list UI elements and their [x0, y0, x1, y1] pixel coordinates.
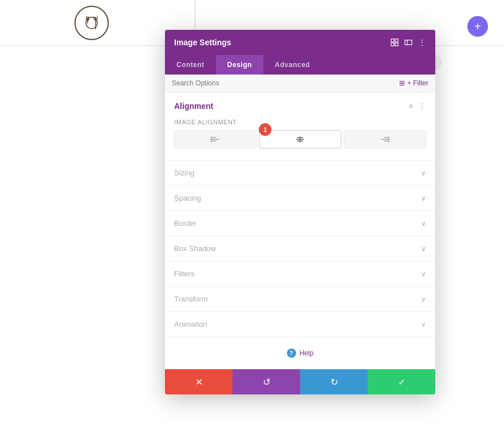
filters-chevron-icon: ∨	[421, 270, 426, 278]
svg-rect-7	[395, 39, 398, 42]
modal-header-icons: ⋮	[391, 38, 426, 47]
animation-section[interactable]: Animation ∨	[165, 312, 435, 337]
plus-icon: +	[474, 20, 481, 33]
save-icon: ✓	[398, 377, 405, 388]
border-chevron-icon: ∨	[421, 220, 426, 228]
alignment-more-icon[interactable]: ⋮	[418, 101, 426, 111]
align-center-icon	[295, 134, 305, 144]
box-shadow-label: Box Shadow	[174, 244, 216, 253]
animation-label: Animation	[174, 320, 207, 328]
fullscreen-icon[interactable]	[391, 38, 399, 46]
align-left-button[interactable]	[174, 130, 257, 148]
help-row: ? Help	[165, 337, 435, 369]
align-center-button[interactable]	[259, 130, 341, 148]
svg-rect-6	[391, 39, 394, 42]
image-settings-modal: Image Settings ⋮ Content Design	[165, 30, 435, 394]
logo-icon	[83, 14, 100, 32]
transform-section[interactable]: Transform ∨	[165, 287, 435, 312]
svg-rect-10	[405, 40, 412, 45]
svg-rect-8	[391, 43, 394, 46]
transform-label: Transform	[174, 295, 208, 303]
help-icon: ?	[287, 349, 296, 358]
search-input[interactable]	[172, 79, 399, 87]
save-button[interactable]: ✓	[368, 369, 435, 394]
filters-section[interactable]: Filters ∨	[165, 261, 435, 287]
box-shadow-chevron-icon: ∨	[421, 245, 426, 253]
border-section[interactable]: Border ∨	[165, 211, 435, 236]
tab-advanced[interactable]: Advanced	[263, 55, 321, 75]
help-label[interactable]: Help	[300, 349, 314, 357]
image-alignment-label: Image Alignment	[174, 119, 426, 126]
spacing-chevron-icon: ∨	[421, 194, 426, 202]
svg-rect-9	[395, 43, 398, 46]
sizing-chevron-icon: ∨	[421, 169, 426, 177]
image-alignment-field: Image Alignment 1	[174, 119, 426, 148]
redo-button[interactable]: ↻	[300, 369, 368, 394]
undo-button[interactable]: ↺	[233, 369, 300, 394]
tab-design[interactable]: Design	[216, 55, 263, 75]
spacing-section[interactable]: Spacing ∨	[165, 186, 435, 211]
modal-title: Image Settings	[174, 38, 231, 47]
filters-label: Filters	[174, 269, 194, 278]
align-left-icon	[210, 134, 220, 144]
alignment-header-right: ∧ ⋮	[408, 101, 426, 111]
logo	[74, 6, 109, 40]
undo-icon: ↺	[263, 377, 270, 388]
redo-icon: ↻	[330, 377, 338, 388]
modal-header: Image Settings ⋮	[165, 30, 435, 55]
align-right-icon	[380, 134, 390, 144]
step-badge: 1	[259, 123, 271, 136]
alignment-section: Alignment ∧ ⋮ Image Alignment 1	[165, 92, 435, 161]
alignment-collapse-icon[interactable]: ∧	[408, 102, 414, 110]
filter-icon: ⊞	[399, 79, 405, 87]
border-label: Border	[174, 219, 196, 228]
cancel-button[interactable]: ✕	[165, 369, 233, 394]
sizing-section[interactable]: Sizing ∨	[165, 161, 435, 186]
modal-tabs: Content Design Advanced	[165, 55, 435, 75]
add-button[interactable]: +	[467, 16, 488, 37]
filter-button[interactable]: ⊞ + Filter	[399, 79, 428, 87]
search-bar: ⊞ + Filter	[165, 75, 435, 92]
spacing-label: Spacing	[174, 194, 201, 202]
transform-chevron-icon: ∨	[421, 295, 426, 303]
sizing-label: Sizing	[174, 169, 194, 177]
expand-icon[interactable]	[404, 38, 412, 46]
tab-content[interactable]: Content	[165, 55, 216, 75]
animation-chevron-icon: ∨	[421, 320, 426, 328]
alignment-title: Alignment	[174, 101, 213, 111]
alignment-buttons: 1	[174, 130, 426, 148]
modal-footer: ✕ ↺ ↻ ✓	[165, 369, 435, 394]
cancel-icon: ✕	[195, 377, 203, 388]
align-right-button[interactable]	[344, 130, 426, 148]
alignment-header: Alignment ∧ ⋮	[174, 101, 426, 111]
filter-label: + Filter	[407, 79, 428, 87]
more-options-icon[interactable]: ⋮	[418, 38, 426, 47]
modal-body: Alignment ∧ ⋮ Image Alignment 1	[165, 92, 435, 369]
box-shadow-section[interactable]: Box Shadow ∨	[165, 236, 435, 261]
